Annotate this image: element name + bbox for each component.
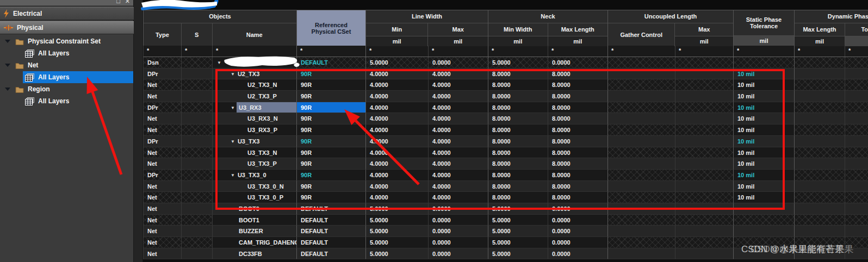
cell-nk_min[interactable]: 8.0000: [488, 170, 548, 181]
header-gather-control[interactable]: Gather Control: [608, 23, 675, 46]
cell-gather[interactable]: [608, 170, 675, 181]
cell-sp_tol[interactable]: 10 mil: [734, 91, 795, 102]
cell-type[interactable]: Net: [144, 215, 182, 226]
cell-nk_max[interactable]: 8.0000: [548, 192, 608, 203]
cell-dp_len[interactable]: [795, 113, 845, 124]
cell-ref[interactable]: 90R: [297, 158, 366, 170]
cell-dp_len[interactable]: [795, 124, 845, 136]
cell-s[interactable]: [182, 124, 213, 136]
cell-nk_max[interactable]: 8.0000: [548, 91, 608, 102]
cell-lw_min[interactable]: 4.0000: [366, 124, 429, 136]
cell-gather[interactable]: [608, 68, 675, 80]
cell-dp_tol[interactable]: [845, 181, 868, 192]
filter-cell-nk_max[interactable]: *: [548, 46, 608, 57]
cell-name[interactable]: U3_TX3_0_P: [213, 192, 297, 203]
cell-lw_min[interactable]: 4.0000: [366, 170, 429, 181]
cell-gather[interactable]: [608, 147, 675, 159]
cell-name[interactable]: U3_TX3_0_N: [213, 181, 297, 192]
cell-unc_max[interactable]: [675, 136, 734, 147]
cell-nk_max[interactable]: 8.0000: [548, 147, 608, 159]
cell-nk_min[interactable]: 8.0000: [488, 68, 548, 80]
chevron-down-icon[interactable]: [5, 87, 12, 91]
cell-lw_max[interactable]: 0.0000: [429, 215, 488, 226]
cell-gather[interactable]: [608, 226, 675, 237]
cell-dp_tol[interactable]: [845, 124, 868, 136]
cell-sp_tol[interactable]: [734, 215, 795, 226]
pane-splitter[interactable]: [134, 0, 143, 262]
cell-dp_tol[interactable]: [845, 226, 868, 237]
cell-type[interactable]: Net: [144, 181, 182, 192]
header-group-uncoupled-length[interactable]: Uncoupled Length: [608, 10, 733, 23]
sidebar-section-physical[interactable]: Physical: [0, 21, 134, 34]
cell-sp_tol[interactable]: [734, 226, 795, 237]
cell-lw_min[interactable]: 5.0000: [366, 248, 429, 260]
header-neck-min-width[interactable]: Min Width: [488, 23, 548, 36]
cell-s[interactable]: [182, 158, 213, 170]
cell-s[interactable]: [182, 136, 213, 147]
cell-lw_min[interactable]: 4.0000: [366, 192, 429, 203]
cell-dp_tol[interactable]: [845, 158, 868, 170]
cell-unc_max[interactable]: [675, 79, 734, 91]
cell-lw_min[interactable]: 5.0000: [366, 237, 429, 248]
cell-nk_min[interactable]: 5.0000: [488, 226, 548, 237]
cell-type[interactable]: Net: [144, 237, 182, 248]
cell-unc_max[interactable]: [675, 158, 734, 170]
cell-dp_len[interactable]: [795, 192, 845, 203]
cell-dp_tol[interactable]: [845, 102, 868, 114]
cell-nk_max[interactable]: 0.0000: [548, 203, 608, 215]
cell-ref[interactable]: 90R: [297, 68, 366, 80]
header-type[interactable]: Type: [144, 23, 182, 46]
tree-item-region[interactable]: Region: [0, 83, 133, 95]
tree-item-all-layers-region[interactable]: All Layers: [0, 95, 133, 107]
cell-name[interactable]: BUZZER: [213, 226, 297, 237]
cell-dp_len[interactable]: [795, 136, 845, 147]
cell-gather[interactable]: [608, 203, 675, 215]
filter-cell-dp_tol[interactable]: *: [845, 46, 868, 57]
cell-dp_len[interactable]: [795, 226, 845, 237]
filter-cell-ref[interactable]: *: [297, 46, 366, 57]
cell-unc_max[interactable]: [675, 91, 734, 102]
cell-sp_tol[interactable]: [734, 203, 795, 215]
header-uncoupled-max[interactable]: Max: [675, 23, 733, 36]
cell-nk_max[interactable]: 8.0000: [548, 181, 608, 192]
cell-nk_min[interactable]: 8.0000: [488, 181, 548, 192]
header-neck-max-length[interactable]: Max Length: [548, 23, 608, 36]
cell-nk_max[interactable]: 0.0000: [548, 237, 608, 248]
cell-name[interactable]: U2_TX3_N: [213, 79, 297, 91]
header-name[interactable]: Name: [213, 23, 296, 46]
chevron-down-icon[interactable]: [5, 39, 12, 43]
tree-item-net[interactable]: Net: [0, 59, 133, 71]
cell-dp_tol[interactable]: [845, 192, 868, 203]
chevron-down-icon[interactable]: [5, 63, 12, 67]
cell-type[interactable]: Net: [144, 113, 182, 124]
cell-ref[interactable]: DEFAULT: [297, 226, 366, 237]
cell-nk_min[interactable]: 5.0000: [488, 248, 548, 260]
cell-nk_max[interactable]: 8.0000: [548, 158, 608, 170]
cell-sp_tol[interactable]: 10 mil: [734, 79, 795, 91]
cell-s[interactable]: [182, 215, 213, 226]
cell-nk_min[interactable]: 5.0000: [488, 237, 548, 248]
cell-nk_max[interactable]: 8.0000: [548, 124, 608, 136]
cell-dp_len[interactable]: [795, 79, 845, 91]
cell-nk_min[interactable]: 8.0000: [488, 158, 548, 170]
restore-icon[interactable]: □: [116, 0, 120, 4]
cell-lw_min[interactable]: 4.0000: [366, 79, 429, 91]
filter-cell-sp_tol[interactable]: *: [734, 46, 795, 57]
cell-lw_min[interactable]: 5.0000: [366, 226, 429, 237]
cell-lw_max[interactable]: 4.0000: [429, 158, 488, 170]
cell-name[interactable]: U3_RX3_N: [213, 113, 297, 124]
cell-type[interactable]: DPr: [144, 68, 182, 80]
header-dynamic-max-length[interactable]: Max Length: [795, 23, 845, 36]
cell-dp_tol[interactable]: [845, 170, 868, 181]
header-referenced-physical-cset[interactable]: Referenced Physical CSet: [297, 10, 366, 46]
cell-lw_max[interactable]: 4.0000: [429, 102, 488, 114]
cell-nk_max[interactable]: 0.0000: [548, 57, 608, 68]
cell-sp_tol[interactable]: 10 mil: [734, 170, 795, 181]
cell-name[interactable]: ▼: [213, 57, 297, 68]
cell-lw_max[interactable]: 4.0000: [429, 91, 488, 102]
cell-nk_max[interactable]: 0.0000: [548, 226, 608, 237]
cell-s[interactable]: [182, 248, 213, 260]
cell-unc_max[interactable]: [675, 226, 734, 237]
cell-gather[interactable]: [608, 136, 675, 147]
cell-dp_tol[interactable]: [845, 57, 868, 68]
